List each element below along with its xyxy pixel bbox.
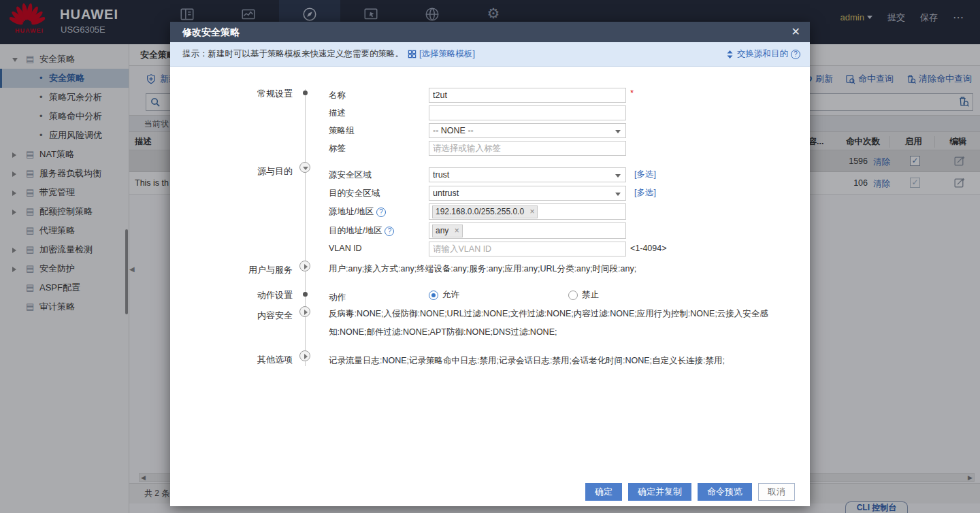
remove-chip-icon[interactable]: ×	[529, 207, 534, 216]
src-zone-value: trust	[433, 170, 449, 180]
chevron-right-icon	[304, 354, 308, 359]
chevron-down-icon	[615, 193, 621, 196]
user-service-summary: 用户:any;接入方式:any;终端设备:any;服务:any;应用:any;U…	[329, 260, 781, 278]
tip-text: 提示：新建时可以基于策略模板来快速定义您需要的策略。	[182, 48, 404, 60]
section-general: 常规设置	[191, 88, 293, 100]
src-addr-label-text: 源地址/地区	[329, 206, 374, 218]
section-user-service: 用户与服务	[191, 264, 293, 276]
radio-selected-icon	[429, 291, 438, 300]
swap-src-dst-link[interactable]: 交换源和目的 ?	[725, 48, 800, 60]
help-icon[interactable]: ?	[376, 208, 386, 217]
collapse-toggle-expanded[interactable]	[299, 162, 310, 173]
ok-and-copy-button[interactable]: 确定并复制	[628, 483, 691, 501]
chevron-right-icon	[304, 264, 308, 269]
allow-label: 允许	[442, 289, 459, 301]
section-other: 其他选项	[191, 354, 293, 366]
remove-chip-icon[interactable]: ×	[455, 226, 459, 235]
vlan-range-hint: <1-4094>	[630, 244, 667, 253]
dialog-title-bar: 修改安全策略 ✕	[170, 22, 810, 42]
name-field[interactable]	[429, 88, 626, 103]
swap-label: 交换源和目的	[737, 48, 788, 60]
section-action: 动作设置	[191, 289, 293, 301]
modify-security-policy-dialog: 修改安全策略 ✕ 提示：新建时可以基于策略模板来快速定义您需要的策略。 [选择策…	[170, 22, 810, 506]
address-chip: 192.168.0.0/255.255.0.0 ×	[432, 205, 538, 218]
select-template-label: [选择策略模板]	[419, 48, 475, 60]
policy-group-select[interactable]: -- NONE --	[429, 123, 626, 138]
dst-zone-select[interactable]: untrust	[429, 186, 626, 201]
screen: HUAWEI HUAWEI USG6305E	[0, 0, 980, 513]
other-options-summary: 记录流量日志:NONE;记录策略命中日志:禁用;记录会话日志:禁用;会话老化时间…	[329, 352, 781, 370]
command-preview-button[interactable]: 命令预览	[698, 483, 752, 501]
description-field[interactable]	[429, 105, 626, 120]
section-src-dst: 源与目的	[191, 165, 293, 178]
src-zone-label: 源安全区域	[329, 169, 372, 181]
action-allow-radio[interactable]: 允许	[429, 289, 459, 301]
chip-text: any	[436, 226, 448, 235]
section-dot-icon	[303, 90, 308, 95]
close-icon[interactable]: ✕	[791, 22, 800, 42]
policy-group-label: 策略组	[329, 125, 355, 137]
vlan-field[interactable]	[429, 242, 626, 256]
section-content-security: 内容安全	[191, 310, 293, 322]
radio-unselected-icon	[568, 291, 578, 300]
collapse-toggle-collapsed[interactable]	[299, 261, 310, 271]
section-dot-icon	[303, 292, 308, 297]
dialog-footer: 确定 确定并复制 命令预览 取消	[585, 483, 795, 501]
tag-label: 标签	[329, 143, 346, 154]
collapse-toggle-collapsed[interactable]	[299, 306, 310, 317]
dst-addr-label: 目的地址/地区 ?	[329, 225, 394, 237]
action-label: 动作	[329, 292, 346, 303]
description-label: 描述	[329, 107, 346, 119]
deny-label: 禁止	[582, 289, 599, 301]
select-template-link[interactable]: [选择策略模板]	[408, 48, 475, 60]
dst-zone-value: untrust	[433, 188, 459, 198]
dst-zone-label: 目的安全区域	[329, 188, 380, 199]
tag-field[interactable]	[429, 141, 626, 156]
template-grid-icon	[408, 50, 416, 59]
cancel-button[interactable]: 取消	[758, 483, 795, 501]
policy-group-value: -- NONE --	[433, 126, 474, 135]
chevron-down-icon	[615, 130, 621, 133]
content-security-summary: 反病毒:NONE;入侵防御:NONE;URL过滤:NONE;文件过滤:NONE;…	[329, 305, 781, 342]
help-icon[interactable]: ?	[791, 50, 800, 59]
dst-addr-label-text: 目的地址/地区	[329, 225, 382, 237]
dst-zone-multi-link[interactable]: [多选]	[634, 187, 656, 199]
src-zone-select[interactable]: trust	[429, 167, 626, 182]
action-deny-radio[interactable]: 禁止	[568, 289, 599, 301]
section-timeline	[305, 89, 306, 366]
dialog-body: 常规设置 源与目的 用户与服务 动作设置 内容安全 其他选项 名称 * 描述 策…	[170, 67, 810, 506]
dialog-tip-bar: 提示：新建时可以基于策略模板来快速定义您需要的策略。 [选择策略模板] 交换源和…	[170, 42, 810, 67]
chevron-down-icon	[615, 174, 621, 178]
chip-text: 192.168.0.0/255.255.0.0	[436, 207, 524, 216]
chevron-down-icon	[303, 167, 308, 170]
src-addr-field[interactable]: 192.168.0.0/255.255.0.0 ×	[429, 203, 626, 220]
ok-button[interactable]: 确定	[585, 483, 622, 501]
src-addr-label: 源地址/地区 ?	[329, 206, 386, 218]
chevron-right-icon	[304, 310, 308, 315]
address-chip: any ×	[432, 225, 463, 237]
swap-icon	[725, 50, 734, 59]
help-icon[interactable]: ?	[385, 227, 394, 236]
required-asterisk: *	[630, 88, 634, 98]
dst-addr-field[interactable]: any ×	[429, 222, 626, 239]
dialog-title: 修改安全策略	[182, 27, 240, 37]
collapse-toggle-collapsed[interactable]	[299, 350, 310, 361]
src-zone-multi-link[interactable]: [多选]	[634, 169, 656, 180]
name-label: 名称	[329, 90, 346, 101]
vlan-label: VLAN ID	[329, 244, 362, 253]
